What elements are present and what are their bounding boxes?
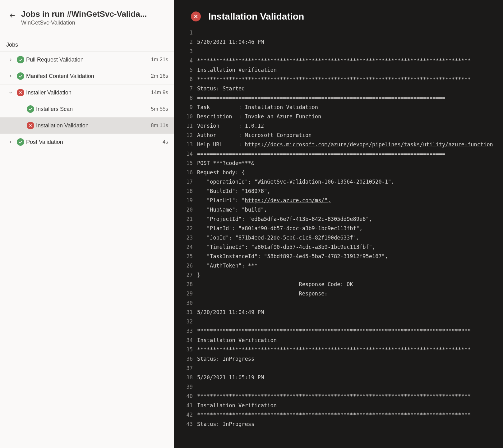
job-label: Manifest Content Validation — [26, 73, 151, 80]
log-line: 13Help URL : https://docs.microsoft.com/… — [174, 140, 503, 149]
log-line-text: Response Code: OK — [197, 280, 503, 289]
job-duration: 4s — [163, 139, 168, 145]
back-button[interactable] — [7, 11, 17, 21]
status-cell — [15, 56, 26, 63]
log-line-text — [197, 382, 503, 391]
log-line-number: 7 — [174, 84, 197, 93]
log-line-text: "HubName": "build", — [197, 205, 503, 214]
log-line: 25 "TaskInstanceId": "58bdf892-4e45-5ba7… — [174, 252, 503, 261]
log-line: 315/20/2021 11:04:49 PM — [174, 308, 503, 317]
log-line-number: 2 — [174, 37, 197, 47]
log-line-number: 1 — [174, 28, 197, 37]
status-cell — [15, 89, 26, 96]
log-line-text: "BuildId": "168978", — [197, 186, 503, 196]
job-row-manifest-validation[interactable]: Manifest Content Validation2m 16s — [0, 68, 174, 84]
fail-icon — [27, 122, 34, 129]
log-panel: Installation Validation 125/20/2021 11:0… — [174, 0, 503, 448]
log-line-number: 21 — [174, 214, 197, 224]
log-line-number: 30 — [174, 298, 197, 308]
log-line-text: Status: InProgress — [197, 354, 503, 363]
log-line: 11Version : 1.0.12 — [174, 121, 503, 130]
log-body[interactable]: 125/20/2021 11:04:46 PM34***************… — [174, 28, 503, 448]
log-line-text: ========================================… — [197, 93, 503, 103]
log-line-number: 38 — [174, 373, 197, 382]
log-link[interactable]: https://dev.azure.com/ms/", — [245, 197, 331, 203]
job-label: Installers Scan — [36, 106, 151, 112]
log-line: 10Description : Invoke an Azure Function — [174, 112, 503, 121]
log-line: 23 "JobId": "871b4eed-22de-5cb6-c1c8-82f… — [174, 233, 503, 242]
log-line-text: } — [197, 270, 503, 280]
log-line-number: 25 — [174, 252, 197, 261]
jobs-panel: Jobs in run #WinGetSvc-Valida... WinGetS… — [0, 0, 174, 448]
log-line-text: Installation Verification — [197, 336, 503, 345]
log-line: 29 Response: — [174, 289, 503, 298]
log-line-text: 5/20/2021 11:04:49 PM — [197, 308, 503, 317]
job-row-pr-validation[interactable]: Pull Request Validation1m 21s — [0, 51, 174, 68]
status-cell — [25, 105, 36, 113]
log-status-icon — [191, 11, 201, 21]
log-line: 4***************************************… — [174, 56, 503, 65]
log-line-text: Status: InProgress — [197, 419, 503, 429]
job-row-installers-scan[interactable]: Installers Scan5m 55s — [0, 101, 174, 117]
log-line-number: 14 — [174, 149, 197, 158]
log-line: 17 "operationId": "WinGetSvc-Validation-… — [174, 177, 503, 186]
log-line-text: Description : Invoke an Azure Function — [197, 112, 503, 121]
log-line-text: 5/20/2021 11:05:19 PM — [197, 373, 503, 382]
job-row-installation-validation[interactable]: Installation Validation8m 11s — [0, 117, 174, 134]
log-line-text: "PlanUrl": "https://dev.azure.com/ms/", — [197, 196, 503, 205]
log-line-text: ****************************************… — [197, 75, 503, 84]
log-line-number: 19 — [174, 196, 197, 205]
job-row-installer-validation[interactable]: Installer Validation14m 9s — [0, 84, 174, 101]
log-line-number: 32 — [174, 317, 197, 326]
log-line-number: 9 — [174, 103, 197, 112]
log-header: Installation Validation — [174, 0, 503, 28]
log-line: 27} — [174, 270, 503, 280]
log-line-number: 8 — [174, 93, 197, 103]
log-line-text: Task : Installation Validation — [197, 103, 503, 112]
log-line: 35**************************************… — [174, 345, 503, 354]
log-line: 34Installation Verification — [174, 336, 503, 345]
log-line: 37 — [174, 363, 503, 373]
log-line-text: ****************************************… — [197, 410, 503, 419]
log-line-text: "AuthToken": *** — [197, 261, 503, 270]
log-line-number: 13 — [174, 140, 197, 149]
log-line: 26 "AuthToken": *** — [174, 261, 503, 270]
job-label: Post Validation — [26, 139, 163, 145]
log-line: 1 — [174, 28, 503, 37]
log-line-number: 36 — [174, 354, 197, 363]
log-line-text: Response: — [197, 289, 503, 298]
fail-icon — [17, 89, 24, 96]
log-line-number: 41 — [174, 401, 197, 410]
log-line-number: 18 — [174, 186, 197, 196]
chevron-down-icon[interactable] — [6, 90, 15, 95]
log-title: Installation Validation — [208, 11, 304, 22]
log-line-text: ****************************************… — [197, 391, 503, 401]
log-line: 12Author : Microsoft Corporation — [174, 130, 503, 140]
log-link[interactable]: https://docs.microsoft.com/azure/devops/… — [245, 141, 493, 148]
log-line: 6***************************************… — [174, 75, 503, 84]
log-line-text: 5/20/2021 11:04:46 PM — [197, 37, 503, 47]
chevron-right-icon[interactable] — [6, 74, 15, 78]
log-line-text: "TimelineId": "a801af90-db57-4cdc-a3b9-1… — [197, 242, 503, 252]
header-titles: Jobs in run #WinGetSvc-Valida... WinGetS… — [21, 9, 166, 26]
job-label: Pull Request Validation — [26, 57, 151, 63]
log-line-number: 24 — [174, 242, 197, 252]
log-line: 39 — [174, 382, 503, 391]
log-line-number: 15 — [174, 158, 197, 168]
job-row-post-validation[interactable]: Post Validation4s — [0, 134, 174, 150]
log-line-text: "ProjectId": "ed6a5dfa-6e7f-413b-842c-83… — [197, 214, 503, 224]
log-line: 30 — [174, 298, 503, 308]
log-line: 15POST ***?code=***& — [174, 158, 503, 168]
log-line-text: Status: Started — [197, 84, 503, 93]
check-icon — [18, 57, 23, 62]
chevron-right-icon[interactable] — [6, 140, 15, 144]
success-icon — [17, 56, 24, 63]
status-cell — [15, 138, 26, 146]
log-line-number: 27 — [174, 270, 197, 280]
job-duration: 2m 16s — [151, 73, 168, 79]
log-line-number: 22 — [174, 224, 197, 233]
log-line-number: 3 — [174, 47, 197, 56]
log-line-number: 6 — [174, 75, 197, 84]
chevron-right-icon[interactable] — [6, 57, 15, 62]
log-line-number: 42 — [174, 410, 197, 419]
